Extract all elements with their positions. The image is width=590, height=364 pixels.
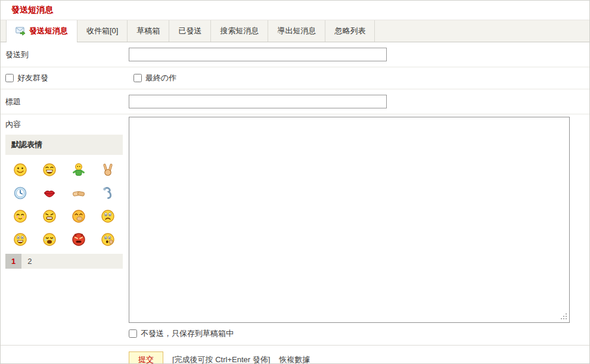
recipient-checkbox-label: 最終の作 — [145, 73, 176, 83]
emoticon-hug[interactable] — [64, 158, 94, 181]
emoticon-victory[interactable] — [94, 158, 123, 181]
message-textarea[interactable] — [129, 117, 570, 323]
content-row: 內容 默認表情 — [1, 114, 589, 345]
emoticon-grid — [5, 155, 123, 254]
emoticon-time[interactable] — [5, 181, 35, 204]
send-to-input[interactable] — [129, 48, 387, 61]
subject-input[interactable] — [129, 95, 387, 108]
tab-label: 收件箱[0] — [86, 26, 118, 36]
message-textarea-wrap — [129, 117, 570, 323]
furious-icon — [72, 232, 86, 247]
ctrl-enter-hint: [完成後可按 Ctrl+Enter 發佈] — [172, 354, 270, 364]
tab-bar: 發送短消息 收件箱[0] 草稿箱 已發送 搜索短消息 導出短消息 忽略列表 — [1, 20, 589, 42]
lips-icon — [42, 186, 57, 200]
tab-send-message[interactable]: 發送短消息 — [6, 20, 77, 42]
emoticon-smile[interactable] — [5, 158, 35, 181]
cry-icon — [42, 232, 57, 247]
save-draft-label: 不發送，只保存到草稿箱中 — [141, 328, 234, 339]
hug-icon — [72, 163, 86, 177]
tab-search-messages[interactable]: 搜索短消息 — [211, 20, 268, 42]
emoticon-call[interactable] — [94, 181, 123, 204]
content-left-column: 內容 默認表情 — [5, 117, 129, 269]
mail-send-icon — [15, 27, 26, 36]
page-header: 發送短消息 — [1, 1, 589, 20]
tab-label: 草稿箱 — [136, 26, 160, 36]
happy-icon — [13, 232, 27, 247]
handshake-icon — [72, 186, 86, 200]
phone-icon — [101, 186, 115, 200]
emoticon-furious[interactable] — [64, 228, 94, 251]
tab-export-messages[interactable]: 導出短消息 — [268, 20, 325, 42]
footer-bar: 提交 [完成後可按 Ctrl+Enter 發佈] 恢複數據 — [1, 345, 589, 364]
emoticon-panel-title: 默認表情 — [5, 135, 123, 155]
shy-icon — [13, 209, 27, 223]
content-right-column: 不發送，只保存到草稿箱中 — [129, 117, 585, 339]
shocked-icon — [101, 232, 115, 247]
send-to-label: 發送到 — [5, 49, 129, 60]
emoticon-cry[interactable] — [35, 228, 64, 251]
pager-page-2[interactable]: 2 — [21, 254, 38, 269]
page-title: 發送短消息 — [11, 5, 53, 15]
laugh-icon — [42, 163, 57, 177]
smile-icon — [13, 163, 27, 177]
emoticon-shy[interactable] — [5, 204, 35, 228]
submit-button[interactable]: 提交 — [129, 351, 163, 364]
tab-label: 發送短消息 — [29, 26, 68, 36]
emoticon-handshake[interactable] — [64, 181, 94, 204]
emoticon-pager: 1 2 — [5, 254, 123, 269]
emoticon-shocked[interactable] — [94, 228, 123, 251]
save-draft-checkbox[interactable]: 不發送，只保存到草稿箱中 — [129, 328, 585, 339]
tab-inbox[interactable]: 收件箱[0] — [77, 20, 128, 42]
subject-label: 標題 — [5, 97, 129, 107]
friend-bulk-checkbox-input[interactable] — [5, 74, 14, 82]
save-draft-checkbox-input[interactable] — [129, 329, 137, 338]
checkbox-row: 好友群發 最終の作 — [1, 67, 589, 89]
recipient-checkbox-input[interactable] — [133, 74, 142, 82]
tab-drafts[interactable]: 草稿箱 — [128, 20, 169, 42]
tab-label: 導出短消息 — [277, 26, 316, 36]
emoticon-bawl[interactable] — [35, 204, 64, 228]
emoticon-happy[interactable] — [5, 228, 35, 251]
tab-ignore-list[interactable]: 忽略列表 — [325, 20, 375, 42]
subject-row: 標題 — [1, 89, 589, 114]
bawl-icon — [42, 209, 57, 223]
emoticon-titter[interactable] — [64, 204, 94, 228]
tab-label: 已發送 — [178, 26, 201, 36]
sad-icon — [101, 209, 115, 223]
tab-label: 忽略列表 — [334, 26, 365, 36]
content-label: 內容 — [5, 117, 129, 135]
emoticon-laugh[interactable] — [35, 158, 64, 181]
titter-icon — [72, 209, 86, 223]
tab-label: 搜索短消息 — [220, 26, 259, 36]
emoticon-panel: 默認表情 — [5, 135, 123, 269]
pager-page-1[interactable]: 1 — [5, 254, 21, 269]
victory-icon — [101, 163, 115, 177]
send-to-row: 發送到 — [1, 42, 589, 67]
clock-icon — [13, 186, 27, 200]
friend-bulk-checkbox[interactable]: 好友群發 — [5, 73, 133, 83]
restore-data-link[interactable]: 恢複數據 — [279, 354, 310, 364]
recipient-checkbox[interactable]: 最終の作 — [133, 73, 176, 83]
friend-bulk-label: 好友群發 — [17, 73, 48, 83]
send-message-page: 發送短消息 發送短消息 收件箱[0] 草稿箱 已發送 搜索短消息 導出短消息 忽… — [0, 0, 590, 364]
tab-sent[interactable]: 已發送 — [169, 20, 211, 42]
emoticon-kiss[interactable] — [35, 181, 64, 204]
emoticon-sad[interactable] — [94, 204, 123, 228]
